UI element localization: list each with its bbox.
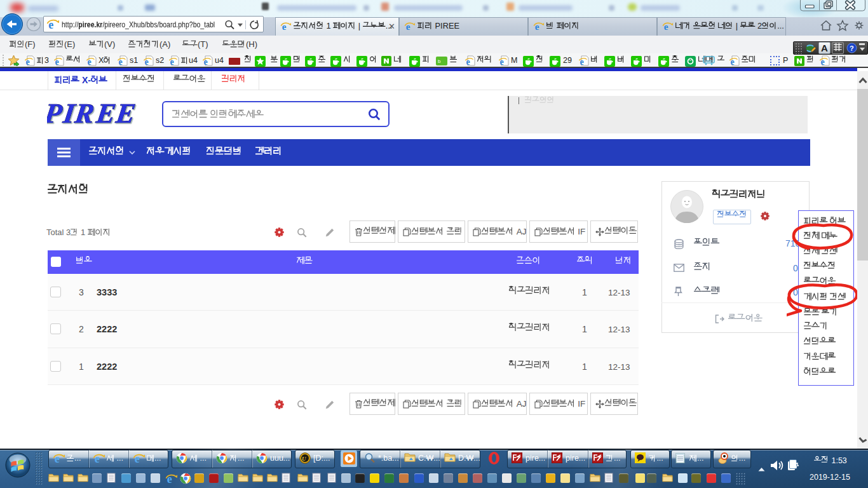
svg-text:E: E (114, 98, 137, 129)
svg-text:U: U (302, 456, 306, 462)
svg-text:b: b (438, 58, 441, 64)
svg-text:E: E (94, 98, 118, 129)
svg-text:?: ? (850, 44, 854, 51)
